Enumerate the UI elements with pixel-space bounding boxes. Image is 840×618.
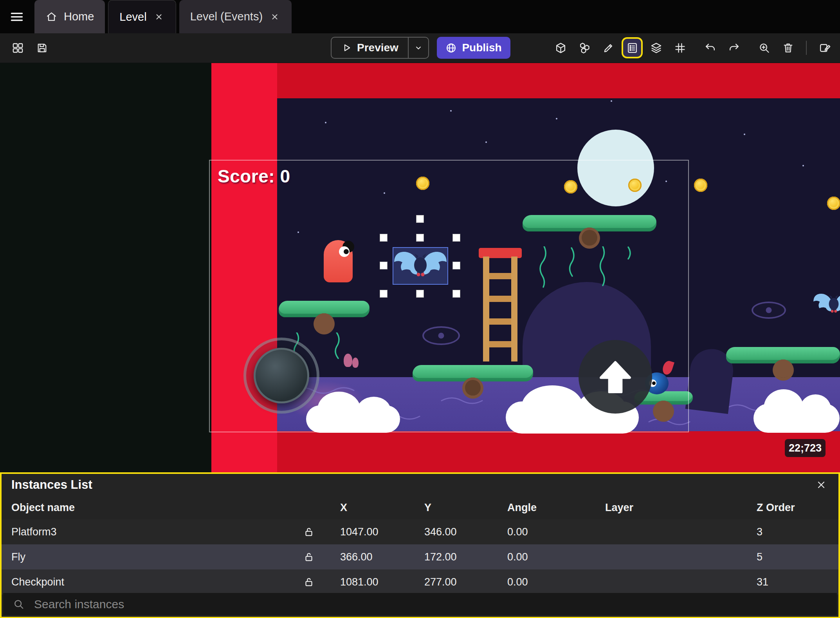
coin-object[interactable] — [827, 197, 840, 210]
column-header-object-name: Object name — [11, 502, 285, 514]
editors-layout-button[interactable] — [9, 39, 27, 57]
instance-angle: 0.00 — [499, 576, 597, 588]
publish-button[interactable]: Publish — [437, 37, 510, 59]
save-button[interactable] — [33, 39, 51, 57]
grid-button[interactable] — [671, 39, 689, 57]
instance-name: Fly — [11, 551, 285, 563]
instances-list-button[interactable] — [623, 39, 641, 57]
play-icon — [341, 42, 352, 53]
up-arrow-icon — [594, 356, 636, 398]
fly-enemy-object[interactable] — [812, 289, 840, 319]
edit-button[interactable] — [599, 39, 617, 57]
redo-button[interactable] — [725, 39, 743, 57]
tab-level-close-button[interactable] — [153, 11, 165, 23]
unlock-icon — [303, 526, 315, 538]
edit-scene-button[interactable] — [816, 39, 834, 57]
instance-x: 366.00 — [332, 551, 416, 563]
selection-rotate-handle[interactable] — [416, 215, 424, 223]
objects-editor-button[interactable] — [552, 39, 570, 57]
instances-panel: Instances List Object name X Y Angle Lay… — [0, 472, 840, 618]
menu-button[interactable] — [5, 5, 28, 28]
undo-icon — [704, 42, 716, 54]
eye-creature-object[interactable] — [752, 302, 786, 319]
globe-icon — [445, 42, 457, 54]
jump-button-object[interactable] — [579, 340, 652, 414]
selected-fly-instance[interactable] — [393, 247, 448, 285]
bat-sprite — [393, 246, 448, 285]
objects-groups-button[interactable] — [575, 39, 593, 57]
star — [485, 141, 487, 143]
platform-object[interactable] — [726, 347, 840, 360]
instance-row-platform3[interactable]: Platform3 1047.00 346.00 0.00 3 — [2, 519, 838, 544]
square-pencil-icon — [819, 42, 831, 54]
star — [802, 165, 804, 166]
search-instances-input[interactable] — [33, 597, 837, 611]
instance-y: 172.00 — [416, 551, 499, 563]
preview-button[interactable]: Preview — [332, 38, 408, 58]
selection-handle[interactable] — [452, 262, 460, 269]
lock-toggle-button[interactable] — [300, 548, 317, 566]
cube-icon — [555, 42, 567, 54]
unlock-icon — [303, 551, 315, 563]
instance-name: Checkpoint — [11, 576, 285, 588]
coin-object[interactable] — [694, 179, 707, 192]
lock-toggle-button[interactable] — [300, 573, 317, 591]
instances-panel-close-button[interactable] — [813, 476, 830, 493]
tab-home-label: Home — [64, 10, 94, 23]
cursor-coordinates-badge: 22;723 — [785, 439, 826, 457]
redo-icon — [728, 42, 740, 54]
close-icon — [154, 12, 164, 22]
delete-button[interactable] — [779, 39, 797, 57]
selection-handle[interactable] — [452, 234, 460, 242]
selection-handle[interactable] — [416, 234, 424, 242]
tab-level-label: Level — [119, 11, 146, 23]
unlock-icon — [303, 576, 315, 588]
tab-level-events-close-button[interactable] — [269, 11, 281, 23]
star — [744, 134, 745, 135]
selection-handle[interactable] — [380, 262, 388, 269]
layers-button[interactable] — [647, 39, 665, 57]
column-header-y: Y — [416, 502, 499, 514]
instance-row-fly[interactable]: Fly 366.00 172.00 0.00 5 — [2, 544, 838, 569]
selection-handle[interactable] — [452, 290, 460, 298]
instance-y: 346.00 — [416, 526, 499, 538]
undo-button[interactable] — [701, 39, 719, 57]
tab-level-events[interactable]: Level (Events) — [179, 0, 292, 33]
instance-row-checkpoint[interactable]: Checkpoint 1081.00 277.00 0.00 31 — [2, 569, 838, 595]
layers-icon — [650, 42, 662, 54]
tab-bar: Home Level Level (Events) — [0, 0, 840, 33]
toolbar-left-group — [9, 39, 51, 57]
preview-dropdown-button[interactable] — [408, 38, 428, 58]
star — [450, 110, 452, 112]
selection-handle[interactable] — [380, 234, 388, 242]
scene-editor-canvas[interactable]: Score: 0 22;723 — [0, 63, 840, 472]
zoom-button[interactable] — [755, 39, 773, 57]
joystick-knob[interactable] — [254, 348, 309, 403]
instances-table-header: Object name X Y Angle Layer Z Order — [2, 496, 838, 519]
home-icon — [45, 11, 58, 23]
lock-toggle-button[interactable] — [300, 523, 317, 540]
tab-level[interactable]: Level — [108, 0, 176, 33]
instance-z-order: 5 — [749, 551, 838, 563]
preview-button-group: Preview — [331, 37, 429, 59]
app-window: Home Level Level (Events) — [0, 0, 840, 618]
toolbar-divider — [806, 41, 807, 55]
star — [325, 122, 326, 123]
selection-handle[interactable] — [416, 290, 424, 298]
cloud — [753, 404, 840, 433]
toolbar-right-group — [552, 39, 834, 57]
instances-panel-title: Instances List — [11, 478, 92, 492]
star — [556, 118, 557, 119]
instance-z-order: 31 — [749, 576, 838, 588]
selection-handle[interactable] — [380, 290, 388, 298]
save-icon — [36, 42, 48, 54]
close-icon — [816, 479, 827, 490]
tab-home[interactable]: Home — [34, 0, 105, 33]
column-header-angle: Angle — [499, 502, 597, 514]
tab-level-events-label: Level (Events) — [190, 10, 263, 23]
instance-angle: 0.00 — [499, 526, 597, 538]
instance-z-order: 3 — [749, 526, 838, 538]
score-hud-text: Score: 0 — [218, 166, 290, 187]
instances-search-bar — [3, 593, 837, 615]
column-header-z-order: Z Order — [749, 502, 838, 514]
